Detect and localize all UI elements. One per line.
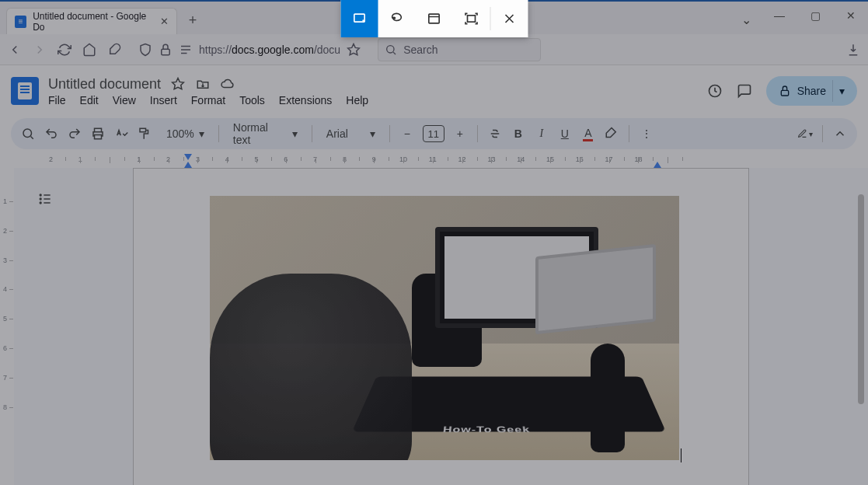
reload-button[interactable]	[58, 43, 71, 57]
extensions-button[interactable]	[107, 43, 121, 57]
spellcheck-icon[interactable]	[113, 126, 129, 141]
italic-button[interactable]: I	[534, 126, 549, 141]
docs-favicon: ≡	[15, 16, 26, 28]
permissions-icon[interactable]	[179, 43, 193, 57]
menu-extensions[interactable]: Extensions	[279, 94, 332, 106]
svg-point-12	[40, 202, 41, 204]
snip-freeform-button[interactable]	[378, 0, 415, 37]
menu-view[interactable]: View	[113, 94, 136, 106]
print-icon[interactable]	[90, 126, 106, 141]
highlight-color-button[interactable]	[604, 126, 619, 141]
caret-down-icon: ▾	[370, 127, 375, 140]
svg-rect-5	[781, 90, 788, 96]
tab-title: Untitled document - Google Do	[33, 11, 154, 33]
forward-button[interactable]	[33, 43, 47, 57]
undo-icon[interactable]	[44, 126, 59, 141]
embedded-image[interactable]: How-To Geek	[210, 196, 679, 460]
menu-tools[interactable]: Tools	[239, 94, 265, 106]
snip-close-button[interactable]	[490, 0, 528, 37]
tabs-overflow-button[interactable]: ⌄	[741, 12, 751, 27]
image-mat-text: How-To Geek	[442, 425, 531, 434]
google-docs-app: Untitled document File Edit View Insert …	[0, 65, 868, 485]
menu-edit[interactable]: Edit	[80, 94, 99, 106]
window-controls: — ▢ ✕	[770, 9, 860, 22]
home-button[interactable]	[82, 43, 96, 57]
paragraph-style-select[interactable]: Normal text ▾	[228, 121, 302, 146]
scrollbar-thumb[interactable]	[858, 194, 864, 404]
search-menus-icon[interactable]	[20, 126, 36, 141]
horizontal-ruler[interactable]: 21123456789101112131415161718	[0, 154, 868, 168]
zoom-select[interactable]: 100% ▾	[162, 127, 209, 140]
snip-toolbar	[340, 0, 528, 37]
vertical-scrollbar[interactable]	[856, 163, 866, 474]
svg-marker-1	[348, 44, 360, 54]
lock-icon[interactable]	[159, 43, 173, 57]
more-toolbar-button[interactable]: ⋮	[639, 126, 654, 141]
move-icon[interactable]	[195, 76, 211, 92]
caret-down-icon: ▾	[199, 127, 204, 140]
docs-logo[interactable]	[11, 77, 39, 105]
editor-area: 12345678 How-To Geek	[0, 168, 868, 485]
collapse-toolbar-button[interactable]	[832, 126, 848, 141]
svg-rect-9	[140, 128, 146, 132]
shield-icon[interactable]	[138, 43, 152, 57]
docs-header: Untitled document File Edit View Insert …	[0, 65, 868, 112]
font-size-input[interactable]: 11	[423, 125, 444, 142]
editing-mode-button[interactable]: ▾	[797, 126, 813, 141]
url-bar[interactable]: https://docs.google.com/docu	[132, 38, 367, 61]
svg-rect-8	[95, 135, 102, 139]
increase-font-size-button[interactable]: +	[452, 126, 468, 141]
font-family-select[interactable]: Arial ▾	[322, 127, 380, 140]
docs-menu-bar: File Edit View Insert Format Tools Exten…	[48, 94, 698, 106]
downloads-button[interactable]	[846, 43, 860, 57]
menu-insert[interactable]: Insert	[150, 94, 177, 106]
lock-icon	[779, 85, 791, 97]
svg-point-2	[387, 45, 394, 52]
svg-point-11	[40, 198, 41, 200]
svg-point-6	[23, 129, 32, 138]
window-close-button[interactable]: ✕	[842, 9, 860, 22]
redo-icon[interactable]	[67, 126, 82, 141]
paint-format-icon[interactable]	[137, 126, 152, 141]
snip-rectangular-button[interactable]	[340, 0, 378, 37]
decrease-font-size-button[interactable]: −	[399, 126, 415, 141]
cloud-status-icon[interactable]	[220, 76, 235, 92]
history-icon[interactable]	[707, 83, 723, 99]
window-maximize-button[interactable]: ▢	[806, 9, 824, 22]
docs-toolbar: 100% ▾ Normal text ▾ Arial ▾ − 11 + B I …	[11, 118, 857, 149]
url-text: https://docs.google.com/docu	[199, 44, 340, 56]
text-color-button[interactable]: A	[580, 126, 596, 141]
new-tab-button[interactable]: +	[182, 9, 204, 31]
svg-marker-3	[173, 79, 184, 89]
menu-help[interactable]: Help	[346, 94, 368, 106]
browser-navbar: https://docs.google.com/docu Search	[0, 34, 868, 65]
share-label: Share	[797, 85, 826, 97]
back-button[interactable]	[8, 43, 22, 57]
share-button[interactable]: Share ▾	[766, 76, 857, 106]
menu-format[interactable]: Format	[191, 94, 225, 106]
menu-file[interactable]: File	[48, 94, 66, 106]
caret-down-icon: ▾	[292, 127, 298, 140]
tab-close-icon[interactable]: ✕	[160, 16, 169, 27]
bookmark-star-icon[interactable]	[347, 43, 361, 57]
document-outline-button[interactable]	[34, 188, 56, 210]
vertical-ruler[interactable]: 12345678	[0, 168, 14, 485]
star-icon[interactable]	[170, 76, 186, 92]
browser-tab[interactable]: ≡ Untitled document - Google Do ✕	[6, 8, 177, 34]
svg-rect-7	[95, 128, 102, 132]
document-page[interactable]: How-To Geek	[133, 168, 749, 485]
browser-search-bar[interactable]: Search	[378, 38, 541, 61]
window-minimize-button[interactable]: —	[770, 9, 789, 22]
snip-fullscreen-button[interactable]	[452, 0, 490, 37]
underline-button[interactable]: U	[557, 126, 573, 141]
comments-icon[interactable]	[737, 83, 752, 99]
bold-button[interactable]: B	[511, 126, 526, 141]
search-placeholder: Search	[403, 44, 437, 56]
snip-window-button[interactable]	[415, 0, 452, 37]
search-icon	[385, 44, 397, 56]
share-caret-icon[interactable]: ▾	[832, 80, 851, 102]
svg-rect-14	[428, 14, 438, 23]
document-title[interactable]: Untitled document	[48, 76, 161, 92]
strikethrough-icon[interactable]	[487, 126, 503, 141]
svg-rect-0	[162, 49, 170, 55]
